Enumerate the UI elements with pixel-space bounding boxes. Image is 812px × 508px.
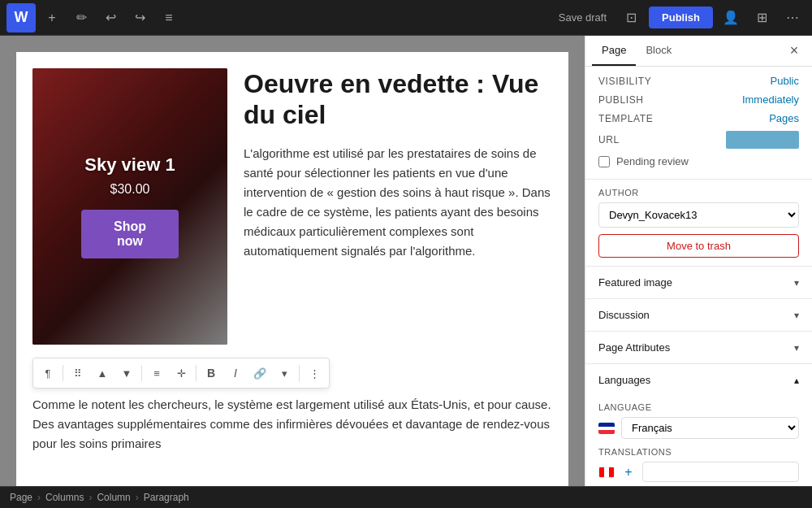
menu-button[interactable]: ≡ bbox=[156, 5, 182, 31]
second-paragraph[interactable]: Comme le notent les chercheurs, le systè… bbox=[32, 395, 552, 454]
product-content: Sky view 1 $30.00 Shop now bbox=[32, 68, 227, 345]
wp-logo-button[interactable]: W bbox=[6, 3, 36, 33]
breadcrumb-sep-2: › bbox=[89, 492, 92, 503]
featured-image-chevron: ▾ bbox=[794, 277, 799, 289]
language-select-row: Français bbox=[598, 417, 799, 439]
visibility-row: Visibility Public bbox=[598, 75, 799, 87]
visibility-label: Visibility bbox=[598, 76, 651, 87]
page-attributes-chevron: ▾ bbox=[794, 342, 799, 354]
toolbar-right: Save draft ⊡ Publish 👤 ⊞ ⋯ bbox=[552, 5, 806, 31]
breadcrumb-sep-1: › bbox=[37, 492, 41, 503]
user-button[interactable]: 👤 bbox=[718, 5, 744, 31]
featured-image-label: Featured image bbox=[598, 276, 672, 289]
toolbar-divider-4 bbox=[299, 365, 300, 381]
tab-block[interactable]: Block bbox=[636, 36, 681, 66]
menu-icon: ≡ bbox=[165, 11, 172, 25]
toolbar-divider-2 bbox=[141, 365, 142, 381]
add-translation-button[interactable]: + bbox=[620, 463, 637, 481]
block-type-button[interactable]: ¶ bbox=[37, 362, 59, 384]
publish-timing-value[interactable]: Immediately bbox=[742, 93, 799, 106]
publish-timing-label: Publish bbox=[598, 94, 644, 106]
visibility-value[interactable]: Public bbox=[771, 75, 799, 87]
pending-review-row: Pending review bbox=[598, 155, 799, 167]
italic-button[interactable]: I bbox=[224, 362, 247, 384]
move-down-button[interactable]: ▼ bbox=[115, 362, 138, 384]
editor-canvas: Sky view 1 $30.00 Shop now Oeuvre en ved… bbox=[16, 52, 568, 486]
save-draft-button[interactable]: Save draft bbox=[552, 8, 613, 27]
layout-button[interactable]: ⊞ bbox=[749, 5, 775, 31]
breadcrumb-column[interactable]: Column bbox=[97, 492, 130, 503]
discussion-header[interactable]: Discussion ▾ bbox=[585, 299, 812, 331]
bold-button[interactable]: B bbox=[200, 362, 222, 384]
first-paragraph: L'algorithme est utilisé par les prestat… bbox=[244, 144, 552, 261]
url-field[interactable] bbox=[726, 131, 799, 149]
link-icon: 🔗 bbox=[253, 367, 266, 380]
view-button[interactable]: ⊡ bbox=[618, 5, 644, 31]
pencil-icon: ✏ bbox=[76, 10, 87, 25]
editor-area[interactable]: Sky view 1 $30.00 Shop now Oeuvre en ved… bbox=[0, 36, 585, 486]
columns-block: Sky view 1 $30.00 Shop now Oeuvre en ved… bbox=[32, 68, 552, 345]
pencil-button[interactable]: ✏ bbox=[68, 5, 94, 31]
page-settings-section: Visibility Public Publish Immediately Te… bbox=[585, 67, 812, 180]
layout-icon: ⊞ bbox=[757, 10, 767, 25]
breadcrumb-columns[interactable]: Columns bbox=[45, 492, 84, 503]
languages-body: Language Français Translations + bbox=[585, 402, 812, 486]
text-column: Oeuvre en vedette : Vue du ciel L'algori… bbox=[244, 68, 552, 345]
author-select[interactable]: Devyn_Kovacek13 bbox=[598, 202, 799, 228]
featured-image-header[interactable]: Featured image ▾ bbox=[585, 267, 812, 298]
paragraph-icon: ¶ bbox=[45, 367, 51, 380]
translation-row-ca: + bbox=[598, 462, 799, 482]
drag-handle-button[interactable]: ⠿ bbox=[67, 362, 89, 384]
align-button[interactable]: ≡ bbox=[145, 362, 168, 384]
more-rich-button[interactable]: ▾ bbox=[273, 362, 296, 384]
translations-sublabel: Translations bbox=[598, 447, 799, 457]
options-button[interactable]: ⋮ bbox=[303, 362, 326, 384]
link-button[interactable]: 🔗 bbox=[248, 362, 271, 384]
languages-chevron: ▴ bbox=[794, 375, 799, 386]
product-image-column: Sky view 1 $30.00 Shop now bbox=[32, 68, 227, 345]
featured-image-section: Featured image ▾ bbox=[585, 267, 812, 299]
breadcrumb-page[interactable]: Page bbox=[10, 492, 32, 503]
pending-review-checkbox[interactable] bbox=[598, 156, 610, 167]
languages-section: Languages ▴ Language Français Translatio… bbox=[585, 364, 812, 486]
discussion-chevron: ▾ bbox=[794, 310, 799, 321]
right-panel: Page Block × Visibility Public Publish I… bbox=[585, 36, 812, 486]
french-flag-icon bbox=[598, 423, 615, 434]
template-label: Template bbox=[598, 113, 653, 124]
add-block-button[interactable]: + bbox=[39, 5, 65, 31]
author-label: AUTHOR bbox=[598, 188, 799, 198]
move-down-icon: ▼ bbox=[122, 367, 132, 380]
shop-now-button[interactable]: Shop now bbox=[81, 210, 179, 258]
template-value[interactable]: Pages bbox=[769, 112, 799, 124]
translation-input-ca[interactable] bbox=[642, 462, 799, 482]
product-title: Sky view 1 bbox=[84, 154, 175, 176]
url-label: URL bbox=[598, 134, 620, 145]
publish-row: Publish Immediately bbox=[598, 93, 799, 106]
page-attributes-section: Page Attributes ▾ bbox=[585, 332, 812, 364]
move-up-button[interactable]: ▲ bbox=[91, 362, 114, 384]
transform-button[interactable]: ✛ bbox=[170, 362, 192, 384]
align-icon: ≡ bbox=[153, 367, 160, 380]
discussion-label: Discussion bbox=[598, 309, 650, 321]
template-row: Template Pages bbox=[598, 112, 799, 124]
user-icon: 👤 bbox=[723, 10, 739, 25]
move-to-trash-button[interactable]: Move to trash bbox=[598, 234, 799, 258]
panel-close-button[interactable]: × bbox=[783, 40, 806, 63]
language-sublabel: Language bbox=[598, 402, 799, 412]
page-attributes-label: Page Attributes bbox=[598, 341, 670, 354]
panel-body: Visibility Public Publish Immediately Te… bbox=[585, 67, 812, 486]
page-attributes-header[interactable]: Page Attributes ▾ bbox=[585, 332, 812, 363]
tab-page[interactable]: Page bbox=[592, 36, 636, 66]
settings-dots-button[interactable]: ⋯ bbox=[780, 5, 806, 31]
breadcrumb-paragraph[interactable]: Paragraph bbox=[144, 492, 189, 503]
breadcrumb-sep-3: › bbox=[136, 492, 139, 503]
top-toolbar: W + ✏ ↩ ↪ ≡ Save draft ⊡ Publish 👤 ⊞ ⋯ bbox=[0, 0, 812, 36]
language-select[interactable]: Français bbox=[621, 417, 799, 439]
languages-header[interactable]: Languages ▴ bbox=[585, 364, 812, 396]
undo-button[interactable]: ↩ bbox=[97, 5, 123, 31]
url-row: URL bbox=[598, 131, 799, 149]
publish-button[interactable]: Publish bbox=[649, 7, 713, 28]
author-section: AUTHOR Devyn_Kovacek13 Move to trash bbox=[585, 180, 812, 267]
redo-button[interactable]: ↪ bbox=[127, 5, 153, 31]
dropdown-icon: ▾ bbox=[282, 367, 287, 380]
